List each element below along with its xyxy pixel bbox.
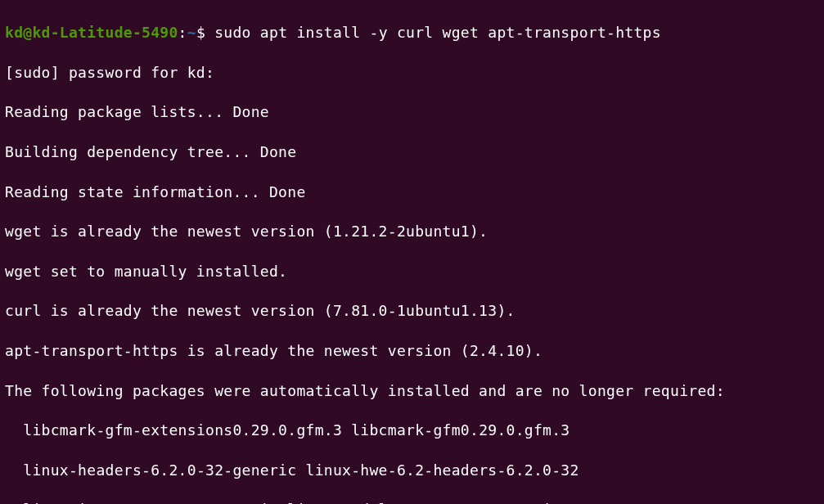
output-line: wget is already the newest version (1.21… bbox=[5, 222, 819, 241]
output-line: libcmark-gfm-extensions0.29.0.gfm.3 libc… bbox=[5, 421, 819, 440]
terminal[interactable]: kd@kd-Latitude-5490:~$ sudo apt install … bbox=[5, 3, 819, 504]
prompt-path: ~ bbox=[187, 24, 196, 41]
output-line: Reading package lists... Done bbox=[5, 102, 819, 122]
prompt-dollar: $ bbox=[196, 24, 214, 41]
prompt-colon: : bbox=[178, 24, 187, 41]
output-line: curl is already the newest version (7.81… bbox=[5, 301, 819, 321]
prompt-user: kd@kd-Latitude-5490 bbox=[5, 24, 178, 41]
output-line: The following packages were automaticall… bbox=[5, 381, 819, 401]
output-line: apt-transport-https is already the newes… bbox=[5, 341, 819, 361]
command-line-1: kd@kd-Latitude-5490:~$ sudo apt install … bbox=[5, 23, 819, 43]
output-line: [sudo] password for kd: bbox=[5, 63, 819, 83]
output-line: Reading state information... Done bbox=[5, 182, 819, 202]
output-line: linux-headers-6.2.0-32-generic linux-hwe… bbox=[5, 461, 819, 480]
output-line: wget set to manually installed. bbox=[5, 262, 819, 281]
output-line: Building dependency tree... Done bbox=[5, 142, 819, 162]
command-text: sudo apt install -y curl wget apt-transp… bbox=[214, 24, 661, 41]
output-line: linux-image-6.2.0-32-generic linux-modul… bbox=[5, 500, 819, 504]
